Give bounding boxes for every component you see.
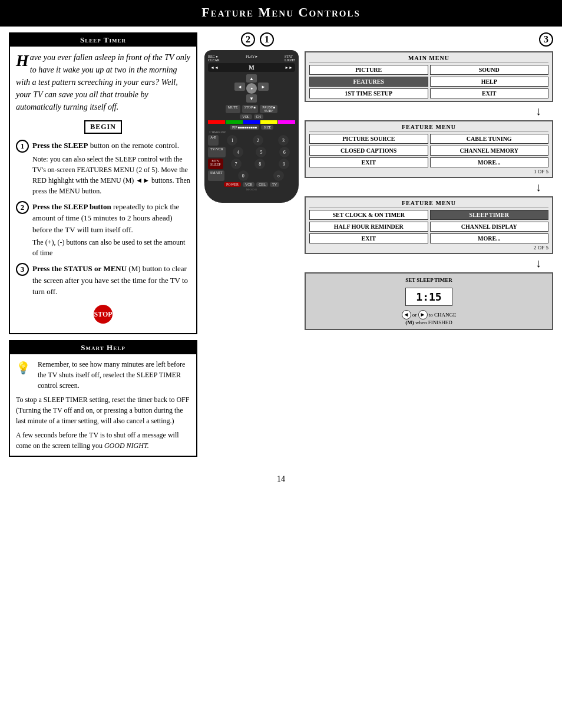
arrow-3: ↓ [305,256,541,270]
step-1-num: 1 [16,140,29,153]
remote-control: REC ●CLEAR PLAY► STATLIGHT ◄◄ M ►► ▲ [204,50,299,203]
fm2-set-clock: SET CLOCK & ON TIMER [309,210,428,220]
num2: 2 [253,135,263,146]
ff-label: ►► [285,65,293,70]
dpad: ▲ ◄ ● ► ▼ [234,74,269,103]
menu-1st-time: 1ST TIME SETUP [309,88,428,98]
size-btn: SIZE [261,125,273,130]
feature-menu-2-screen: FEATURE MENU SET CLOCK & ON TIMER SLEEP … [305,196,553,254]
num7: 7 [231,159,242,169]
mtv-row: MTVSLEEP 7 8 9 [208,159,295,169]
sleep-timer-title: Sleep Timer [10,34,196,47]
page-header: Feature Menu Controls [0,0,562,27]
ab-cd-row: A-B 1 2 3 [208,135,295,146]
fm2-half-hour: HALF HOUR REMINDER [309,222,428,232]
power-btn: POWER [224,182,241,187]
fm1-closed-captions: CLOSED CAPTIONS [309,146,428,156]
menu-sound: SOUND [430,65,549,75]
right-arrow-btn: ► [418,310,428,319]
pip-btn: PIP ■■■■■■■■■ [230,125,260,130]
smart-help-para-1: Remember, to see how many minutes are le… [38,359,190,391]
menu-help: HELP [430,77,549,87]
smart-help-para-3: A few seconds before the TV is to shut o… [16,430,190,451]
diagram-section: 2 1 REC ●CLEAR PLAY► STATLIGHT ◄◄ M ►► [204,32,553,330]
smart-help-title: Smart Help [10,341,196,354]
fm1-cable-tuning: CABLE TUNING [430,134,549,144]
drop-cap: H [16,52,29,69]
header-feature: Feature Menu Controls [201,5,361,19]
vcr-btn: VCR [243,182,254,187]
fm1-channel-memory: CHANNEL MEMORY [430,146,549,156]
pause-btn: PAUSE■SURF [260,105,277,113]
timer-display: 1:15 [405,288,452,306]
sleep-timer-section: Sleep Timer Have you ever fallen asleep … [9,32,197,334]
smart-row: SMART 0 ○ [208,170,295,181]
step-3-content: Press the STATUS or MENU (M) button to c… [32,263,190,298]
diagram-step-3: 3 [539,32,553,47]
dpad-left: ◄ [234,83,245,91]
step-2: 2 Press the SLEEP button repeatedly to p… [16,201,190,259]
arrow-2: ↓ [305,180,541,194]
timer-instructions: ◄ or ► to CHANGE (M) when FINISHED [402,310,457,325]
main-menu-screen: MAIN MENU PICTURE SOUND FEATURES HELP 1S… [305,51,553,102]
intro-text: Have you ever fallen asleep in front of … [16,51,190,113]
fm2-channel-display: CHANNEL DISPLAY [430,222,549,232]
m-label: M [249,64,254,71]
pip-row: PIP ■■■■■■■■■ SIZE [208,125,295,130]
num-dash: ○ [273,170,284,181]
ch-btn: CH [254,114,263,119]
step-1-content: Press the SLEEP button on the remote con… [32,140,190,196]
step-3-label: Press the STATUS or MENU [32,264,127,273]
tv-btn: TV [270,182,279,187]
dpad-right: ► [258,83,269,91]
diagram-step-2: 2 [241,32,255,47]
num4: 4 [233,147,243,157]
arrow-1: ↓ [305,104,541,118]
color-bar [208,120,295,124]
feature-menu-1-title: FEATURE MENU [309,124,548,132]
fm1-picture-source: PICTURE SOURCE [309,134,428,144]
status-label: STATLIGHT [285,55,295,62]
rec-label: REC ●CLEAR [208,55,220,62]
menu-picture: PICTURE [309,65,428,75]
num0: 0 [238,170,249,181]
power-row: POWER VCR CBL TV [208,182,295,187]
a-b-btn: A-B [208,135,219,146]
dpad-center: ● [246,83,257,94]
play-label: PLAY► [246,55,258,62]
fm1-more: MORE... [430,157,549,167]
dpad-down: ▼ [246,94,257,103]
left-arrow-btn: ◄ [402,310,411,319]
fm1-page: 1 OF 5 [309,169,548,174]
m-finished: (M) [405,319,414,325]
sleep-timer-screen: SET SLEEP TIMER 1:15 ◄ or ► to CHANGE (M… [305,272,553,330]
step-2-note: The (+), (-) buttons can also be used to… [32,237,190,258]
feature-menu-2-title: FEATURE MENU [309,200,548,208]
step-1-label: Press the SLEEP [32,141,88,150]
fm2-page: 2 OF 5 [309,245,548,251]
feature-menu-1-screen: FEATURE MENU PICTURE SOURCE CABLE TUNING… [305,120,553,178]
num3: 3 [278,135,289,146]
stop-btn: STOP ■ [242,105,258,113]
right-column: 2 1 REC ●CLEAR PLAY► STATLIGHT ◄◄ M ►► [204,32,553,463]
diagram-step-1: 1 [260,32,274,47]
smart-btn: SMART [208,170,224,181]
remote-col: 2 1 REC ●CLEAR PLAY► STATLIGHT ◄◄ M ►► [204,32,299,330]
step-2-label: Press the SLEEP button [32,202,111,211]
step-1-note: Note: you can also select the SLEEP cont… [32,154,190,196]
step-3-num: 3 [16,263,29,276]
menus-col: 3 MAIN MENU PICTURE SOUND FEATURES HELP … [305,32,553,330]
timer-label: 2 TIMER PIP [209,131,294,134]
sleep-timer-screen-title: SET SLEEP TIMER [309,277,548,283]
fm1-exit: EXIT [309,157,428,167]
smart-help-para-2: To stop a SLEEP TIMER setting, reset the… [16,394,190,426]
fm2-exit: EXIT [309,233,428,243]
menu-exit-main: EXIT [430,88,549,98]
vol-btn: VOL [240,114,252,119]
mute-btn: MUTE [226,105,240,113]
step-2-content: Press the SLEEP button repeatedly to pic… [32,201,190,259]
sleep-btn: MTVSLEEP [208,159,223,169]
tv-vcr-row: TV/VCR 4 5 6 [208,147,295,157]
tv-vcr-btn: TV/VCR [208,147,226,157]
step-3: 3 Press the STATUS or MENU (M) button to… [16,263,190,298]
